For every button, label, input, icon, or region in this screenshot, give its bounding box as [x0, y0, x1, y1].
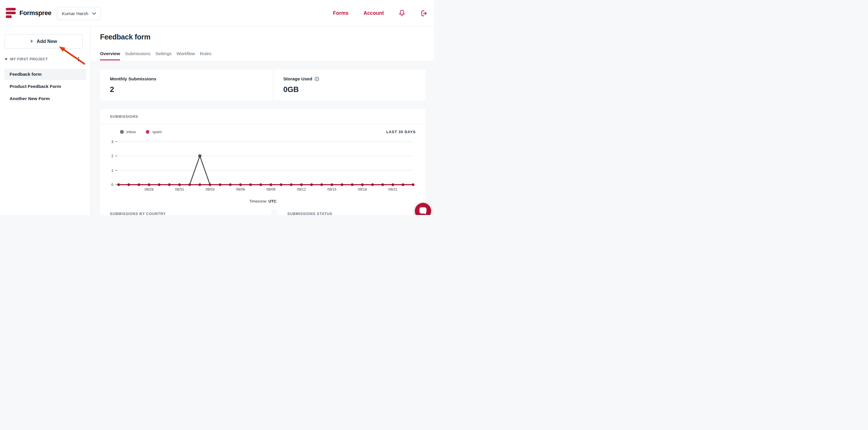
chart-legend: inbox spam — [120, 130, 162, 134]
submissions-by-country-title: SUBMISSIONS BY COUNTRY — [110, 212, 166, 215]
submissions-card-title: SUBMISSIONS — [110, 115, 138, 119]
tab-overview[interactable]: Overview — [100, 51, 120, 60]
top-right-nav: Forms Account — [333, 0, 428, 26]
nav-link-forms[interactable]: Forms — [333, 10, 348, 16]
submissions-chart-svg: 012308/2808/3109/0309/0609/0909/1209/150… — [100, 137, 422, 195]
form-list: Feedback formProduct Feedback FormAnothe… — [4, 69, 86, 105]
logo-text: Formspree — [20, 9, 51, 17]
top-bar: Formspree Kumar Harsh Forms Account — [0, 0, 434, 27]
project-menu-kebab-icon[interactable] — [76, 57, 81, 62]
formspree-logo-icon — [6, 8, 16, 18]
svg-text:09/18: 09/18 — [358, 188, 367, 192]
formspree-logo[interactable]: Formspree — [6, 8, 51, 18]
svg-text:08/28: 08/28 — [144, 188, 153, 192]
svg-text:09/12: 09/12 — [297, 188, 306, 192]
chevron-down-icon — [92, 12, 96, 15]
timezone-note: Timezone: UTC — [100, 199, 426, 203]
page-title: Feedback form — [100, 33, 151, 41]
svg-text:09/15: 09/15 — [327, 188, 336, 192]
sidebar-form-item[interactable]: Feedback form — [4, 69, 86, 80]
submissions-status-title: SUBMISSIONS STATUS — [287, 212, 332, 215]
tab-workflow[interactable]: Workflow — [177, 51, 195, 60]
logout-icon — [420, 9, 428, 17]
legend-spam-dot — [146, 130, 150, 134]
range-label: LAST 30 DAYS — [386, 130, 416, 134]
svg-text:3: 3 — [111, 140, 113, 144]
sidebar-form-item[interactable]: Product Feedback Form — [4, 81, 86, 92]
legend-inbox: inbox — [120, 130, 136, 134]
submissions-by-country-card: SUBMISSIONS BY COUNTRY — [100, 207, 271, 215]
submissions-card: SUBMISSIONS inbox spam LAST 30 DAYS 0123… — [100, 109, 426, 210]
stat-label: Monthly Submissions — [110, 76, 156, 82]
legend-spam-label: spam — [152, 130, 162, 134]
user-menu-label: Kumar Harsh — [62, 11, 88, 16]
legend-inbox-dot — [120, 130, 124, 134]
plus-icon: + — [30, 38, 33, 44]
stat-card-monthly-submissions: Monthly Submissions 2 — [100, 69, 273, 101]
svg-text:09/09: 09/09 — [267, 188, 275, 192]
svg-text:09/03: 09/03 — [206, 188, 215, 192]
stat-label: Storage Used — [283, 76, 312, 82]
user-menu-dropdown[interactable]: Kumar Harsh — [57, 7, 101, 20]
stat-card-storage-used: Storage Used 0GB — [274, 69, 426, 101]
timezone-value: UTC — [269, 199, 277, 203]
logout-button[interactable] — [420, 9, 428, 17]
sidebar: + Add New MY FIRST PROJECT Feedback form… — [0, 26, 91, 215]
legend-inbox-label: inbox — [127, 130, 136, 134]
svg-text:09/06: 09/06 — [236, 188, 245, 192]
legend-spam: spam — [146, 130, 162, 134]
chat-bubble-icon — [418, 207, 427, 215]
svg-text:08/31: 08/31 — [175, 188, 184, 192]
bell-icon — [398, 9, 406, 17]
stat-value-storage-used: 0GB — [283, 85, 299, 94]
stat-value-monthly-submissions: 2 — [110, 85, 114, 94]
bottom-cards-row: SUBMISSIONS BY COUNTRY SUBMISSIONS STATU… — [100, 207, 426, 215]
svg-text:0: 0 — [111, 183, 113, 187]
tab-bar: OverviewSubmissionsSettingsWorkflowRules — [100, 51, 211, 60]
tab-rules[interactable]: Rules — [200, 51, 211, 60]
triangle-down-icon — [5, 58, 7, 60]
svg-text:09/21: 09/21 — [388, 188, 397, 192]
sidebar-form-item[interactable]: Another New Form — [4, 93, 86, 104]
project-header[interactable]: MY FIRST PROJECT — [5, 56, 86, 62]
add-new-label: Add New — [36, 38, 57, 44]
main-content: Feedback form OverviewSubmissionsSetting… — [90, 26, 434, 215]
project-name: MY FIRST PROJECT — [10, 57, 48, 61]
submissions-status-card: SUBMISSIONS STATUS — [277, 207, 426, 215]
timezone-label: Timezone: — [249, 199, 267, 203]
stats-row: Monthly Submissions 2 Storage Used 0GB — [100, 69, 426, 101]
add-new-button[interactable]: + Add New — [4, 34, 83, 49]
tab-submissions[interactable]: Submissions — [125, 51, 151, 60]
nav-link-account[interactable]: Account — [364, 10, 384, 16]
notifications-button[interactable] — [398, 9, 406, 17]
svg-text:1: 1 — [111, 169, 113, 173]
info-icon[interactable] — [315, 77, 319, 81]
svg-text:2: 2 — [111, 154, 113, 158]
tab-settings[interactable]: Settings — [155, 51, 172, 60]
